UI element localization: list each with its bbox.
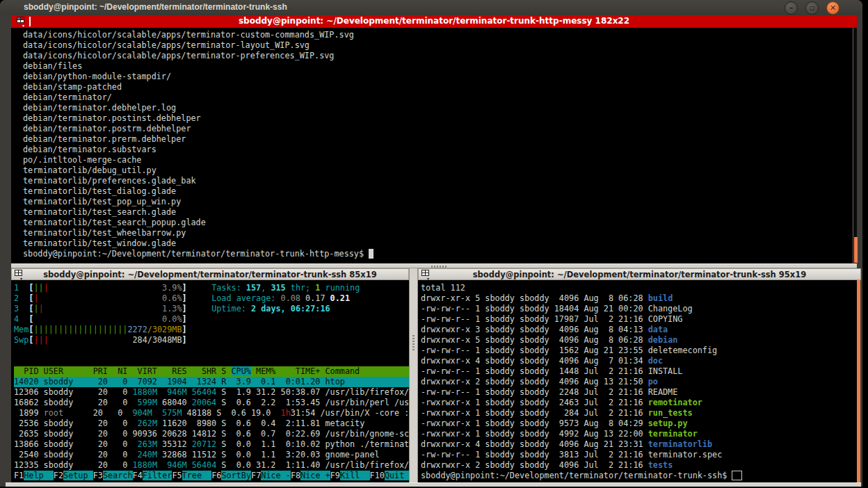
terminal-line: F1Help F2Setup F3SearchF4FilterF5Tree F6… <box>14 471 409 481</box>
terminal-line: debian/terminator.postrm.debhelper <box>23 124 853 134</box>
group-icon[interactable]: ▾ <box>15 270 26 279</box>
terminal-line: 12335 sboddy 20 0 1880M 946M 56404 S 0.0… <box>14 460 409 471</box>
terminal-line <box>14 345 409 356</box>
group-icon[interactable]: ▾ <box>421 270 433 279</box>
terminal-line: -rw-rw-r-- 1 sboddy sboddy 3813 Jul 2 21… <box>421 450 856 460</box>
terminal-line: 16862 sboddy 20 0 599M 68040 20064 S 0.6… <box>14 398 409 408</box>
terminal-line: 2635 sboddy 20 0 90936 20628 14812 S 0.6… <box>14 429 409 439</box>
terminal-line: terminatorlib/debug_util.py <box>23 165 853 176</box>
terminal-line: -rw-rw-r-- 1 sboddy sboddy 18404 Aug 21 … <box>421 304 856 314</box>
terminal-line: 1 [||| 3.9%] Tasks: 157, 315 thr; 1 runn… <box>14 283 409 293</box>
terminal-line: -rwxrwxr-x 1 sboddy sboddy 2463 Jul 2 21… <box>421 398 856 408</box>
maximize-button[interactable]: ▫ <box>805 1 819 15</box>
splitter-grip <box>412 335 415 350</box>
terminal-line: PID USER PRI NI VIRT RES SHR S CPU% MEM%… <box>14 366 409 377</box>
terminal-line: po/.intltool-merge-cache <box>23 155 853 165</box>
terminal-line: -rw-rw-r-- 1 sboddy sboddy 2248 Jul 2 21… <box>421 387 856 398</box>
scrollbar-thumb[interactable] <box>854 237 858 263</box>
terminal-line: 3 [|| 1.3%] Uptime: 2 days, 06:27:16 <box>14 304 409 314</box>
terminal-line: -rwxrwxr-x 1 sboddy sboddy 284 Jul 2 21:… <box>421 408 856 418</box>
scrollbar-thumb[interactable] <box>857 280 860 482</box>
terminal-line: terminatorlib/test_dialog.glade <box>23 186 853 197</box>
horizontal-splitter[interactable] <box>11 263 857 268</box>
terminal-line: drwxr-xr-x 5 sboddy sboddy 4096 Aug 8 06… <box>421 293 856 304</box>
bottom-left-pane-title: sboddy@pinpoint: ~/Development/terminato… <box>43 270 376 279</box>
terminal-line: 4 [ 0.0%] <box>14 314 409 325</box>
bottom-left-pane-titlebar[interactable]: ▾ sboddy@pinpoint: ~/Development/termina… <box>11 268 409 280</box>
vertical-splitter[interactable] <box>409 268 418 482</box>
terminal-line: drwxrwxr-x 4 sboddy sboddy 4096 Aug 21 2… <box>421 439 856 450</box>
window-titlebar[interactable]: sboddy@pinpoint: ~/Development/terminato… <box>0 0 862 15</box>
terminal-line: total 112 <box>421 283 856 293</box>
terminal-line: debian/terminator.postinst.debhelper <box>23 113 853 124</box>
terminal-line: -rw-rw-r-- 1 sboddy sboddy 1448 Jul 2 21… <box>421 366 856 377</box>
terminal-line: terminatorlib/test_window.glade <box>23 238 853 249</box>
terminal-line: drwxrwxr-x 2 sboddy sboddy 4096 Aug 13 2… <box>421 377 856 387</box>
splitter-grip <box>431 266 447 268</box>
terminal-line: sboddy@pinpoint:~/Development/terminator… <box>421 471 856 481</box>
terminal-line <box>14 356 409 366</box>
terminal-line: 2 [| 0.6%] Load average: 0.08 0.17 0.21 <box>14 293 409 304</box>
terminal-line: debian/terminator.debhelper.log <box>23 103 853 113</box>
terminal-line: drwxrwxr-x 2 sboddy sboddy 4096 Jul 2 21… <box>421 460 856 471</box>
minimize-button[interactable]: – <box>785 1 798 15</box>
terminal-line: terminatorlib/test_pop_up_win.py <box>23 197 853 207</box>
terminal-line: -rwxrwxr-x 1 sboddy sboddy 4992 Aug 13 2… <box>421 429 856 439</box>
terminal-line: 1899 root 20 0 904M 575M 48188 S 0.6 19.… <box>14 408 409 418</box>
top-terminal[interactable]: data/icons/hicolor/scalable/apps/termina… <box>11 28 853 263</box>
terminal-line: -rw-rw-r-- 1 sboddy sboddy 17987 Jul 2 2… <box>421 314 856 325</box>
terminal-line: debian/python-module-stampdir/ <box>23 72 853 82</box>
ls-terminal[interactable]: total 112drwxr-xr-x 5 sboddy sboddy 4096… <box>418 280 856 482</box>
close-button[interactable]: ✕ <box>826 1 839 15</box>
terminal-line: data/icons/hicolor/scalable/apps/termina… <box>23 40 853 51</box>
terminal-line: 2540 sboddy 20 0 240M 32868 11512 S 0.0 … <box>14 450 409 460</box>
top-terminal-scrollbar[interactable] <box>853 28 857 263</box>
window-title: sboddy@pinpoint: ~/Development/terminato… <box>24 2 287 12</box>
terminator-window: sboddy@pinpoint: ~/Development/terminato… <box>0 0 862 487</box>
terminal-line: 2536 sboddy 20 0 262M 11620 8980 S 0.6 0… <box>14 418 409 429</box>
terminal-line: -rwxrwxr-x 1 sboddy sboddy 9573 Aug 8 04… <box>421 418 856 429</box>
window-content: ▾ sboddy@pinpoint: ~/Development/termina… <box>11 15 857 482</box>
htop-terminal[interactable]: 1 [||| 3.9%] Tasks: 157, 315 thr; 1 runn… <box>11 280 409 482</box>
terminal-line: data/icons/hicolor/scalable/apps/termina… <box>23 30 853 40</box>
terminal-line: -rw-rw-r-- 1 sboddy sboddy 1562 Aug 21 2… <box>421 345 856 356</box>
terminal-line: debian/files <box>23 61 853 72</box>
terminal-line: debian/stamp-patched <box>23 82 853 92</box>
terminal-line: drwxrwxr-x 4 sboddy sboddy 4096 Aug 7 01… <box>421 356 856 366</box>
terminal-line: drwxrwxr-x 5 sboddy sboddy 4096 Aug 8 06… <box>421 335 856 345</box>
terminal-line: terminatorlib/preferences.glade_bak <box>23 176 853 186</box>
terminal-line: drwxrwxr-x 3 sboddy sboddy 4096 Aug 8 04… <box>421 325 856 335</box>
terminal-line: debian/terminator.prerm.debhelper <box>23 134 853 145</box>
terminal-line: Swp[||| 284/3048MB] <box>14 335 409 345</box>
right-terminal-scrollbar[interactable] <box>856 280 860 482</box>
terminal-line: sboddy@pinpoint:~/Development/terminator… <box>23 249 853 259</box>
bottom-right-pane-title: sboddy@pinpoint: ~/Development/terminato… <box>473 270 806 279</box>
terminal-line: Mem[|||||||||||||||||||2272/3029MB] <box>14 325 409 335</box>
terminal-line: terminatorlib/test_search_popup.glade <box>23 218 853 228</box>
terminal-line: 13866 sboddy 20 0 263M 35312 20712 S 0.0… <box>14 439 409 450</box>
terminal-line: data/icons/hicolor/scalable/apps/termina… <box>23 51 853 61</box>
top-pane-titlebar[interactable]: ▾ sboddy@pinpoint: ~/Development/termina… <box>11 15 857 28</box>
terminal-line: debian/terminator.substvars <box>23 145 853 155</box>
top-pane-title: sboddy@pinpoint: ~/Development/terminato… <box>11 16 857 26</box>
terminal-line: 12306 sboddy 20 0 1880M 946M 56404 S 1.9… <box>14 387 409 398</box>
bottom-right-pane-titlebar[interactable]: ▾ sboddy@pinpoint: ~/Development/termina… <box>418 268 861 280</box>
terminal-line: terminatorlib/test_wheelbarrow.py <box>23 228 853 238</box>
terminal-line: terminatorlib/test_search.glade <box>23 207 853 218</box>
terminal-line: debian/terminator/ <box>23 92 853 103</box>
window-bottom-edge <box>6 482 861 487</box>
terminal-line: 14020 sboddy 20 0 7092 1904 1324 R 3.9 0… <box>14 377 409 387</box>
